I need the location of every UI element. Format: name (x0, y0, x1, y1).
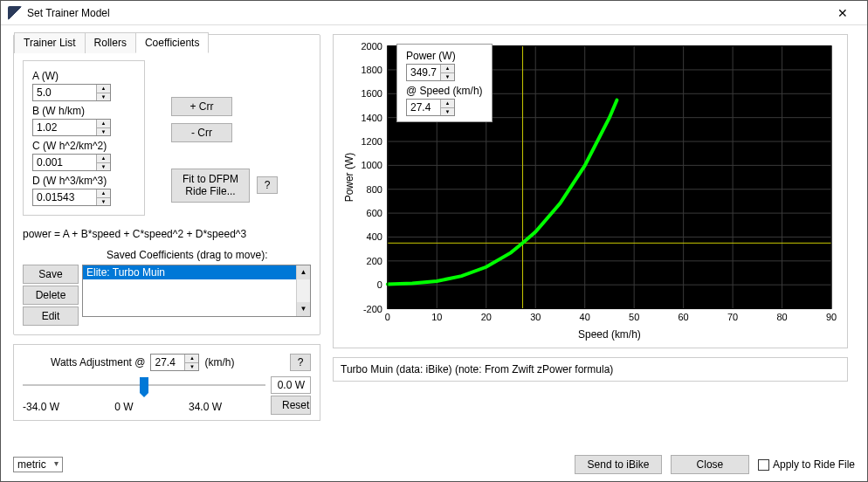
coef-d-input[interactable]: ▲▼ (32, 189, 111, 206)
coef-d-field[interactable] (33, 189, 96, 205)
stepper-up-icon[interactable]: ▲ (97, 120, 110, 128)
svg-text:-200: -200 (363, 304, 382, 314)
watts-speed-field[interactable] (151, 355, 184, 370)
svg-text:400: 400 (367, 231, 382, 242)
power-chart: 0102030405060708090-20002004006008001000… (333, 34, 848, 348)
svg-text:600: 600 (367, 208, 382, 218)
svg-text:30: 30 (530, 312, 541, 322)
svg-text:20: 20 (481, 312, 492, 322)
svg-text:1600: 1600 (361, 88, 382, 99)
stepper-down-icon[interactable]: ▼ (441, 73, 454, 81)
stepper-up-icon[interactable]: ▲ (441, 65, 454, 73)
svg-text:50: 50 (629, 312, 639, 322)
coef-c-field[interactable] (33, 155, 96, 170)
svg-text:40: 40 (580, 312, 590, 322)
fit-help-button[interactable]: ? (257, 176, 278, 194)
saved-coefficients-label: Saved Coefficients (drag to move): (107, 249, 311, 261)
scroll-down-icon[interactable]: ▼ (297, 302, 310, 316)
coef-b-field[interactable] (33, 120, 96, 135)
tab-trainer-list[interactable]: Trainer List (14, 32, 86, 53)
minus-crr-button[interactable]: - Crr (171, 123, 232, 142)
svg-text:70: 70 (727, 312, 738, 322)
stepper-down-icon[interactable]: ▼ (97, 198, 110, 206)
watts-help-button[interactable]: ? (290, 354, 311, 371)
svg-text:80: 80 (776, 312, 787, 322)
list-item[interactable]: Elite: Turbo Muin (83, 265, 310, 279)
stepper-up-icon[interactable]: ▲ (97, 155, 110, 163)
overlay-speed-field[interactable] (407, 100, 440, 115)
bottom-bar: metric Send to iBike Close Apply to Ride… (13, 455, 855, 474)
svg-text:1000: 1000 (361, 160, 382, 170)
watts-scale-min: -34.0 W (23, 401, 59, 413)
coef-b-input[interactable]: ▲▼ (32, 119, 111, 136)
window-title: Set Trainer Model (27, 7, 825, 19)
svg-text:90: 90 (826, 312, 837, 322)
svg-text:Power (W): Power (W) (343, 153, 355, 202)
svg-text:200: 200 (367, 256, 382, 266)
stepper-up-icon[interactable]: ▲ (97, 85, 110, 93)
saved-coefficients-list[interactable]: Elite: Turbo Muin ▲ ▼ (82, 265, 311, 317)
apply-to-ride-file-checkbox[interactable]: Apply to Ride File (758, 458, 855, 471)
overlay-power-label: Power (W) (406, 50, 483, 62)
watts-slider[interactable] (23, 376, 265, 394)
coefficient-group: A (W) ▲▼ B (W h/km) ▲▼ C (W h^2/km^2) (23, 60, 145, 216)
fit-dfpm-button[interactable]: Fit to DFPM Ride File... (171, 169, 250, 203)
tab-strip: Trainer List Rollers Coefficients (14, 43, 304, 64)
coef-c-input[interactable]: ▲▼ (32, 154, 111, 171)
watts-speed-input[interactable]: ▲▼ (150, 354, 199, 371)
reset-button[interactable]: Reset (271, 396, 311, 415)
units-select[interactable]: metric (13, 457, 63, 472)
stepper-up-icon[interactable]: ▲ (97, 189, 110, 198)
stepper-up-icon[interactable]: ▲ (185, 355, 198, 363)
slider-thumb[interactable] (140, 377, 148, 393)
stepper-down-icon[interactable]: ▼ (97, 163, 110, 171)
coef-a-field[interactable] (33, 85, 96, 100)
watts-scale-mid: 0 W (114, 401, 133, 413)
stepper-down-icon[interactable]: ▼ (97, 128, 110, 136)
power-formula: power = A + B*speed + C*speed^2 + D*spee… (23, 228, 311, 240)
scrollbar[interactable]: ▲ ▼ (296, 265, 310, 316)
apply-label: Apply to Ride File (773, 458, 855, 471)
tab-coefficients[interactable]: Coefficients (135, 32, 209, 53)
tab-rollers[interactable]: Rollers (85, 32, 136, 53)
chart-overlay: Power (W) ▲▼ @ Speed (km/h) ▲▼ (396, 44, 493, 122)
coef-a-label: A (W) (32, 70, 135, 82)
app-icon (8, 6, 22, 20)
coef-c-label: C (W h^2/km^2) (32, 140, 135, 152)
overlay-speed-input[interactable]: ▲▼ (406, 99, 455, 116)
scroll-up-icon[interactable]: ▲ (297, 265, 310, 279)
stepper-down-icon[interactable]: ▼ (185, 363, 198, 371)
stepper-down-icon[interactable]: ▼ (441, 108, 454, 116)
coef-d-label: D (W h^3/km^3) (32, 175, 135, 187)
svg-text:800: 800 (367, 184, 382, 195)
stepper-down-icon[interactable]: ▼ (97, 93, 110, 101)
coef-b-label: B (W h/km) (32, 105, 135, 117)
watts-label: Watts Adjustment @ (51, 356, 145, 368)
watts-scale-max: 34.0 W (189, 401, 222, 413)
close-icon[interactable]: ✕ (825, 6, 860, 20)
checkbox-icon[interactable] (758, 459, 769, 471)
plus-crr-button[interactable]: + Crr (171, 97, 232, 116)
svg-text:10: 10 (431, 312, 442, 322)
titlebar: Set Trainer Model ✕ (1, 1, 867, 25)
trainer-info: Turbo Muin (data: iBike) (note: From Zwi… (333, 357, 848, 382)
watts-unit: (km/h) (204, 356, 234, 368)
overlay-power-input[interactable]: ▲▼ (406, 64, 455, 81)
svg-text:60: 60 (679, 312, 689, 322)
coefficients-panel: Trainer List Rollers Coefficients A (W) … (13, 34, 320, 335)
save-button[interactable]: Save (23, 265, 79, 284)
svg-text:1200: 1200 (361, 136, 382, 147)
watts-adjustment-panel: Watts Adjustment @ ▲▼ (km/h) ? 0.0 W (13, 344, 320, 421)
stepper-up-icon[interactable]: ▲ (441, 100, 454, 108)
svg-text:0: 0 (377, 279, 382, 290)
units-value: metric (17, 458, 46, 471)
watts-value-display: 0.0 W (271, 376, 311, 394)
overlay-speed-label: @ Speed (km/h) (406, 85, 483, 97)
close-button[interactable]: Close (671, 455, 749, 474)
overlay-power-field[interactable] (407, 65, 440, 80)
coef-a-input[interactable]: ▲▼ (32, 84, 111, 101)
edit-button[interactable]: Edit (23, 306, 79, 326)
send-to-ibike-button[interactable]: Send to iBike (575, 455, 662, 474)
svg-text:2000: 2000 (361, 41, 382, 52)
delete-button[interactable]: Delete (23, 286, 79, 305)
